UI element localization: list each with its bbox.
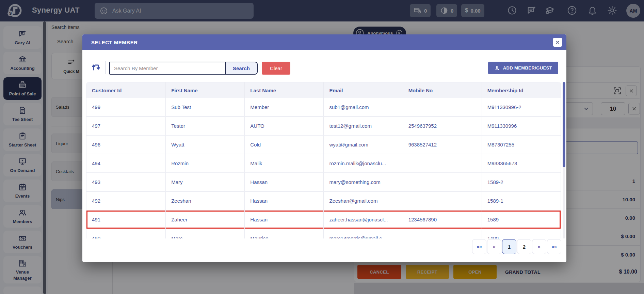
table-cell: Rozmin bbox=[165, 154, 244, 172]
pagination-prev[interactable]: « bbox=[487, 239, 501, 254]
pagination-next[interactable]: » bbox=[532, 239, 546, 254]
table-cell: zaheer.hassan@jonascl... bbox=[323, 211, 402, 229]
table-cell: Maurice bbox=[244, 229, 323, 238]
table-cell: M911330996 bbox=[482, 117, 561, 135]
table-cell: Hassan bbox=[244, 173, 323, 191]
column-header-mobile-no: Mobile No bbox=[403, 82, 482, 98]
select-member-modal: SELECT MEMBER Search Clear ADD MEMBER/GU… bbox=[82, 34, 566, 262]
app-root: S Synergy UAT 0 0 $ 0.00 AM Gary AIAccou… bbox=[0, 0, 644, 294]
close-icon bbox=[555, 40, 560, 45]
table-cell: 1589 bbox=[482, 211, 561, 229]
pagination-last[interactable]: »» bbox=[547, 239, 561, 254]
table-cell: 492 bbox=[86, 192, 165, 210]
add-member-guest-label: ADD MEMBER/GUEST bbox=[503, 65, 552, 71]
table-cell: Cold bbox=[244, 136, 323, 154]
column-header-membership-id: Membership Id bbox=[482, 82, 561, 98]
column-header-customer-id: Customer Id bbox=[86, 82, 165, 98]
table-cell: Hassan bbox=[244, 192, 323, 210]
table-cell: 490 bbox=[86, 229, 165, 238]
modal-close-button[interactable] bbox=[553, 38, 562, 47]
scrollbar-thumb[interactable] bbox=[563, 82, 565, 167]
table-cell: rozmin.malik@jonasclu... bbox=[323, 154, 402, 172]
table-row[interactable]: 490MarcMauricemarc14morris@gmail.c...140… bbox=[86, 229, 561, 238]
table-cell: 1400 bbox=[482, 229, 561, 238]
table-scrollbar[interactable] bbox=[563, 82, 565, 238]
table-cell bbox=[403, 154, 482, 172]
table-cell: wyat@gmail.com bbox=[323, 136, 402, 154]
table-cell: AUTO bbox=[244, 117, 323, 135]
table-cell: 1589-2 bbox=[482, 173, 561, 191]
table-cell: Wyatt bbox=[165, 136, 244, 154]
members-table: Customer IdFirst NameLast NameEmailMobil… bbox=[86, 82, 561, 238]
table-cell: 1234567890 bbox=[403, 211, 482, 229]
table-cell: Zeeshan@gmail.com bbox=[323, 192, 402, 210]
table-cell: M87307255 bbox=[482, 136, 561, 154]
pagination-page-1[interactable]: 1 bbox=[502, 239, 516, 254]
pagination: «««12»»» bbox=[472, 239, 561, 254]
table-cell: M933365673 bbox=[482, 154, 561, 172]
table-cell: 497 bbox=[86, 117, 165, 135]
table-cell: 494 bbox=[86, 154, 165, 172]
table-cell: test12@gmail.com bbox=[323, 117, 402, 135]
table-row[interactable]: 492ZeeshanHassanZeeshan@gmail.com1589-1 bbox=[86, 192, 561, 211]
table-cell: Sub Test bbox=[165, 98, 244, 116]
search-divider bbox=[105, 61, 106, 74]
table-cell: marc14morris@gmail.c... bbox=[323, 229, 402, 238]
member-search-button[interactable]: Search bbox=[225, 62, 258, 75]
table-cell: Marc bbox=[165, 229, 244, 238]
table-cell bbox=[403, 173, 482, 191]
table-row[interactable]: 493MaryHassanmary@something.com1589-2 bbox=[86, 173, 561, 192]
table-header-row: Customer IdFirst NameLast NameEmailMobil… bbox=[86, 82, 561, 98]
member-search-input[interactable] bbox=[109, 62, 225, 75]
table-cell: Zeeshan bbox=[165, 192, 244, 210]
table-row[interactable]: 494RozminMalikrozmin.malik@jonasclu...M9… bbox=[86, 154, 561, 173]
column-header-last-name: Last Name bbox=[244, 82, 323, 98]
table-cell: M911330996-2 bbox=[482, 98, 561, 116]
column-header-first-name: First Name bbox=[165, 82, 244, 98]
pagination-page-2[interactable]: 2 bbox=[517, 239, 531, 254]
table-row[interactable]: 497TesterAUTOtest12@gmail.com2549637952M… bbox=[86, 117, 561, 136]
table-cell: Mary bbox=[165, 173, 244, 191]
table-cell: 491 bbox=[86, 211, 165, 229]
column-header-email: Email bbox=[323, 82, 402, 98]
table-cell: mary@something.com bbox=[323, 173, 402, 191]
modal-title: SELECT MEMBER bbox=[91, 40, 138, 45]
table-cell bbox=[403, 192, 482, 210]
swap-icon[interactable] bbox=[91, 62, 101, 73]
table-cell bbox=[403, 98, 482, 116]
add-member-guest-button[interactable]: ADD MEMBER/GUEST bbox=[488, 62, 558, 74]
pagination-first[interactable]: «« bbox=[472, 239, 486, 254]
table-cell: Malik bbox=[244, 154, 323, 172]
table-cell: 496 bbox=[86, 136, 165, 154]
table-cell: Tester bbox=[165, 117, 244, 135]
table-cell: 1589-1 bbox=[482, 192, 561, 210]
table-cell: Member bbox=[244, 98, 323, 116]
table-cell: 2549637952 bbox=[403, 117, 482, 135]
table-cell: Zaheer bbox=[165, 211, 244, 229]
table-row[interactable]: 491ZaheerHassanzaheer.hassan@jonascl...1… bbox=[86, 211, 561, 229]
table-cell: 499 bbox=[86, 98, 165, 116]
modal-header: SELECT MEMBER bbox=[82, 34, 566, 50]
table-row[interactable]: 496WyattColdwyat@gmail.com9638527412M873… bbox=[86, 136, 561, 154]
person-icon bbox=[494, 65, 500, 71]
table-cell: 9638527412 bbox=[403, 136, 482, 154]
clear-search-button[interactable]: Clear bbox=[262, 62, 290, 75]
table-cell: 493 bbox=[86, 173, 165, 191]
table-row[interactable]: 499Sub TestMembersub1@gmail.comM91133099… bbox=[86, 98, 561, 117]
table-cell: sub1@gmail.com bbox=[323, 98, 402, 116]
table-cell: Hassan bbox=[244, 211, 323, 229]
table-cell bbox=[403, 229, 482, 238]
